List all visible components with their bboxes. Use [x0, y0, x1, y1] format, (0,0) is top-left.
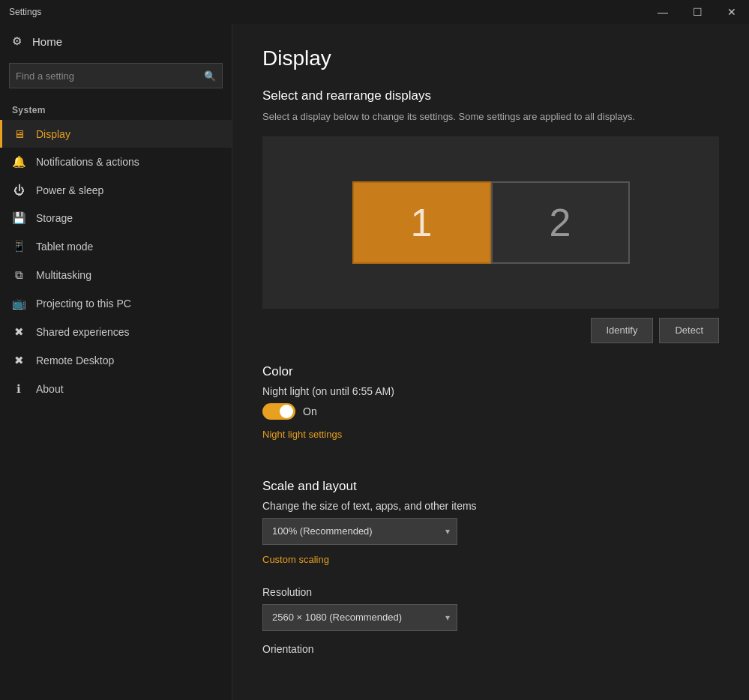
resolution-select[interactable]: 2560 × 1080 (Recommended) 1920 × 1080 12… [262, 604, 457, 631]
app-container: ⚙ Home 🔍 System 🖥 Display 🔔 Notification… [0, 24, 749, 700]
close-button[interactable]: ✕ [715, 0, 749, 24]
monitor-1[interactable]: 1 [352, 181, 491, 264]
monitor-2[interactable]: 2 [491, 181, 630, 264]
select-rearrange-desc: Select a display below to change its set… [262, 109, 719, 124]
night-light-toggle[interactable] [262, 403, 295, 420]
projecting-label: Projecting to this PC [36, 298, 131, 310]
display-preview: 1 2 [262, 136, 719, 309]
main-content: Display Select and rearrange displays Se… [232, 24, 749, 700]
toggle-knob [280, 405, 293, 418]
toggle-text: On [303, 405, 317, 417]
shared-icon: ✖ [12, 325, 25, 339]
sidebar-item-about[interactable]: ℹ About [0, 375, 232, 403]
multitasking-label: Multitasking [36, 269, 91, 281]
minimize-button[interactable]: — [646, 0, 680, 24]
shared-label: Shared experiences [36, 326, 130, 338]
night-light-row: Night light (on until 6:55 AM) [262, 385, 719, 397]
projecting-icon: 📺 [12, 297, 25, 310]
sidebar-item-home[interactable]: ⚙ Home [0, 24, 232, 58]
storage-label: Storage [36, 212, 73, 224]
scale-layout-title: Scale and layout [262, 479, 719, 494]
system-label: System [0, 96, 232, 120]
toggle-wrapper: On [262, 403, 719, 420]
identify-button[interactable]: Identify [591, 318, 654, 343]
remote-icon: ✖ [12, 354, 25, 367]
tablet-icon: 📱 [12, 240, 25, 253]
sidebar-item-tablet[interactable]: 📱 Tablet mode [0, 232, 232, 261]
sidebar-item-shared[interactable]: ✖ Shared experiences [0, 318, 232, 346]
resolution-label: Resolution [262, 586, 719, 598]
remote-label: Remote Desktop [36, 354, 114, 366]
night-light-settings-link[interactable]: Night light settings [262, 429, 342, 440]
scale-field-label: Change the size of text, apps, and other… [262, 500, 719, 512]
orientation-label: Orientation [262, 643, 719, 655]
home-label: Home [32, 35, 62, 48]
scale-select[interactable]: 100% (Recommended) 125% 150% 175% [262, 518, 457, 545]
scale-select-wrapper: 100% (Recommended) 125% 150% 175% ▾ [262, 518, 457, 545]
titlebar: Settings — ☐ ✕ [0, 0, 749, 24]
sidebar-item-power[interactable]: ⏻ Power & sleep [0, 176, 232, 204]
night-light-label: Night light (on until 6:55 AM) [262, 385, 394, 397]
power-label: Power & sleep [36, 184, 103, 196]
notifications-label: Notifications & actions [36, 156, 139, 168]
about-icon: ℹ [12, 382, 25, 396]
display-icon: 🖥 [12, 127, 25, 140]
display-label: Display [36, 128, 70, 140]
custom-scaling-link[interactable]: Custom scaling [262, 554, 329, 565]
app-title: Settings [9, 7, 740, 17]
sidebar: ⚙ Home 🔍 System 🖥 Display 🔔 Notification… [0, 24, 232, 700]
monitor-1-label: 1 [411, 200, 433, 245]
monitor-container: 1 2 [352, 181, 630, 264]
window-controls: — ☐ ✕ [646, 0, 749, 24]
storage-icon: 💾 [12, 211, 25, 225]
power-icon: ⏻ [12, 184, 25, 196]
home-icon: ⚙ [12, 34, 22, 48]
sidebar-item-display[interactable]: 🖥 Display [0, 120, 232, 148]
about-label: About [36, 383, 64, 395]
sidebar-item-projecting[interactable]: 📺 Projecting to this PC [0, 289, 232, 318]
display-actions: Identify Detect [262, 318, 719, 343]
sidebar-item-remote[interactable]: ✖ Remote Desktop [0, 346, 232, 375]
page-title: Display [262, 46, 719, 70]
multitasking-icon: ⧉ [12, 268, 25, 282]
search-input[interactable] [16, 70, 204, 82]
sidebar-item-multitasking[interactable]: ⧉ Multitasking [0, 261, 232, 289]
scale-section: Scale and layout Change the size of text… [262, 479, 719, 655]
notifications-icon: 🔔 [12, 155, 25, 169]
search-box[interactable]: 🔍 [9, 63, 223, 88]
sidebar-item-notifications[interactable]: 🔔 Notifications & actions [0, 148, 232, 176]
select-rearrange-title: Select and rearrange displays [262, 88, 719, 103]
detect-button[interactable]: Detect [659, 318, 719, 343]
tablet-label: Tablet mode [36, 241, 93, 253]
color-section: Color Night light (on until 6:55 AM) On … [262, 364, 719, 461]
search-icon: 🔍 [204, 70, 216, 82]
sidebar-item-storage[interactable]: 💾 Storage [0, 204, 232, 232]
resolution-select-wrapper: 2560 × 1080 (Recommended) 1920 × 1080 12… [262, 604, 457, 631]
maximize-button[interactable]: ☐ [680, 0, 715, 24]
monitor-2-label: 2 [550, 200, 571, 245]
color-title: Color [262, 364, 719, 379]
